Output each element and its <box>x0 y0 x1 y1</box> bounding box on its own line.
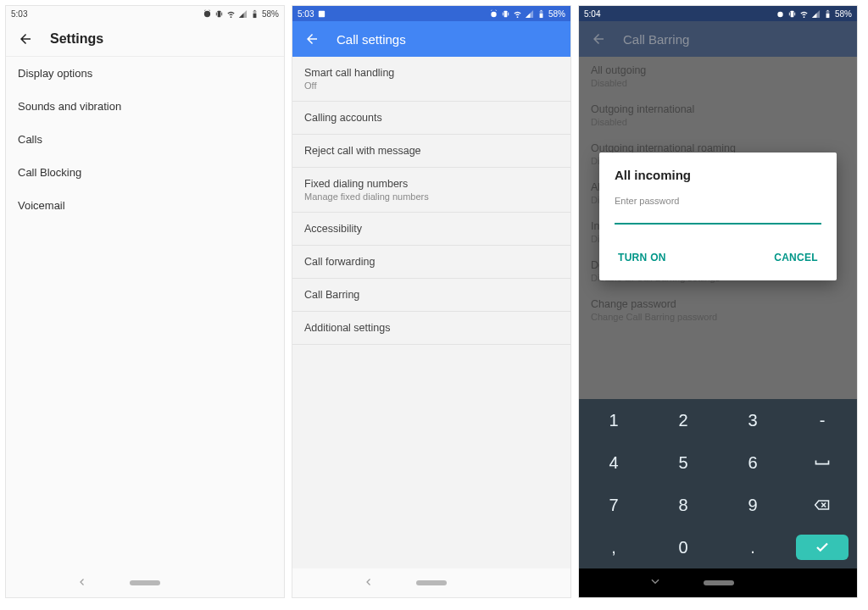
key-done[interactable] <box>796 535 849 560</box>
settings-item-call-blocking[interactable]: Call Blocking <box>6 156 284 189</box>
phone-settings: 5:03 58% Settings Display options Sounds… <box>5 5 285 598</box>
signal-icon <box>525 9 534 19</box>
svg-rect-19 <box>826 14 830 18</box>
app-bar: Call settings <box>292 21 570 57</box>
key-0[interactable]: 0 <box>648 526 718 568</box>
status-time: 5:03 <box>298 9 314 19</box>
nav-bar <box>579 568 857 597</box>
key-space[interactable] <box>787 441 857 484</box>
key-backspace[interactable] <box>787 484 857 526</box>
back-icon[interactable] <box>304 31 320 47</box>
svg-rect-13 <box>541 9 542 10</box>
item-calling-accounts[interactable]: Calling accounts <box>292 102 570 135</box>
svg-rect-9 <box>503 12 504 15</box>
battery-text: 58% <box>548 9 565 19</box>
back-icon[interactable] <box>18 31 33 47</box>
item-fixed-dialing[interactable]: Fixed dialing numbersManage fixed dialin… <box>292 168 570 213</box>
item-additional-settings[interactable]: Additional settings <box>292 312 570 345</box>
vibrate-icon <box>501 9 510 19</box>
svg-rect-12 <box>540 14 543 18</box>
alarm-icon <box>489 9 498 19</box>
call-settings-list: Smart call handlingOff Calling accounts … <box>292 57 570 568</box>
battery-text: 58% <box>262 9 279 19</box>
app-bar: Settings <box>6 21 284 57</box>
key-8[interactable]: 8 <box>648 484 718 526</box>
svg-rect-2 <box>221 12 222 15</box>
wifi-icon <box>799 9 809 19</box>
nav-bar <box>6 568 284 597</box>
key-period[interactable]: . <box>718 526 787 568</box>
nav-home-pill[interactable] <box>130 580 160 585</box>
alarm-icon <box>776 9 785 19</box>
key-2[interactable]: 2 <box>648 399 718 441</box>
settings-item-display-options[interactable]: Display options <box>6 57 284 90</box>
svg-rect-1 <box>216 12 217 15</box>
svg-point-14 <box>777 11 782 16</box>
numeric-keypad: 1 2 3 - 4 5 6 7 8 9 , 0 . <box>579 399 857 568</box>
item-smart-call-handling[interactable]: Smart call handlingOff <box>292 57 570 102</box>
screenshot-icon <box>317 9 326 19</box>
nav-back-icon[interactable] <box>77 575 87 591</box>
signal-icon <box>238 9 248 19</box>
key-5[interactable]: 5 <box>648 441 718 484</box>
battery-icon <box>537 9 546 19</box>
alarm-icon <box>203 9 212 19</box>
status-time: 5:04 <box>584 9 600 19</box>
item-call-forwarding[interactable]: Call forwarding <box>292 246 570 279</box>
svg-rect-5 <box>254 9 256 10</box>
svg-rect-15 <box>791 10 794 16</box>
password-input[interactable] <box>615 206 821 225</box>
svg-rect-20 <box>827 9 829 10</box>
svg-rect-17 <box>794 12 795 15</box>
svg-rect-10 <box>508 12 509 15</box>
status-bar: 5:03 58% <box>6 6 284 21</box>
key-9[interactable]: 9 <box>718 484 787 526</box>
nav-bar <box>292 568 570 597</box>
dialog-title: All incoming <box>615 168 821 182</box>
wifi-icon <box>226 9 236 19</box>
svg-rect-16 <box>789 12 790 15</box>
signal-icon <box>811 9 821 19</box>
svg-rect-8 <box>504 10 508 16</box>
settings-item-sounds-vibration[interactable]: Sounds and vibration <box>6 90 284 123</box>
key-6[interactable]: 6 <box>718 441 787 484</box>
key-3[interactable]: 3 <box>718 399 787 441</box>
vibrate-icon <box>214 9 224 19</box>
page-title: Settings <box>50 31 103 47</box>
page-title: Call settings <box>337 32 406 47</box>
key-comma[interactable]: , <box>579 526 648 568</box>
settings-list: Display options Sounds and vibration Cal… <box>6 57 284 568</box>
wifi-icon <box>513 9 522 19</box>
key-4[interactable]: 4 <box>579 441 648 484</box>
battery-text: 58% <box>835 9 852 19</box>
key-dash[interactable]: - <box>787 399 857 441</box>
battery-icon <box>823 9 832 19</box>
svg-point-7 <box>491 11 496 16</box>
nav-home-pill[interactable] <box>416 580 447 585</box>
settings-item-voicemail[interactable]: Voicemail <box>6 189 284 222</box>
nav-home-pill[interactable] <box>704 580 734 585</box>
password-dialog: All incoming Enter password TURN ON CANC… <box>599 152 837 280</box>
svg-rect-4 <box>253 14 257 18</box>
cancel-button[interactable]: CANCEL <box>771 247 821 269</box>
key-7[interactable]: 7 <box>579 484 648 526</box>
turn-on-button[interactable]: TURN ON <box>615 247 670 269</box>
item-reject-call-message[interactable]: Reject call with message <box>292 135 570 168</box>
dialog-label: Enter password <box>615 196 821 206</box>
vibrate-icon <box>787 9 797 19</box>
phone-call-settings: 5:03 58% Call settings Smart call handli… <box>292 5 571 598</box>
svg-rect-6 <box>319 10 325 16</box>
key-1[interactable]: 1 <box>579 399 648 441</box>
phone-call-barring: 5:04 58% Call Barring All outgoingDisabl… <box>578 5 858 598</box>
status-bar: 5:04 58% <box>579 6 857 21</box>
svg-rect-0 <box>218 10 221 16</box>
nav-back-icon[interactable] <box>364 575 374 591</box>
status-bar: 5:03 58% <box>292 6 570 21</box>
item-call-barring[interactable]: Call Barring <box>292 279 570 312</box>
status-time: 5:03 <box>11 9 27 19</box>
battery-icon <box>250 9 259 19</box>
settings-item-calls[interactable]: Calls <box>6 123 284 156</box>
item-accessibility[interactable]: Accessibility <box>292 213 570 246</box>
nav-down-icon[interactable] <box>649 575 661 591</box>
